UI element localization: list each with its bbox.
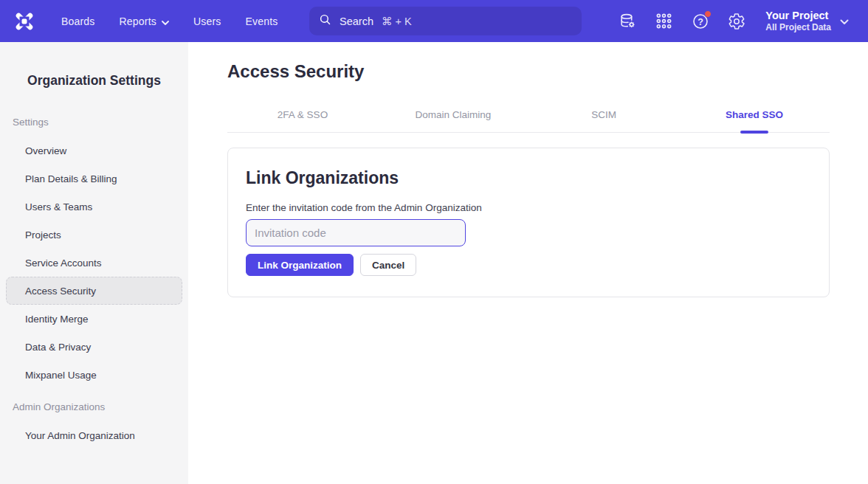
project-chevron-down-icon	[840, 15, 849, 28]
svg-text:?: ?	[698, 16, 703, 27]
navbar-right-cluster: ? Your Project All Project Data	[619, 0, 849, 42]
sidebar-settings-list: Overview Plan Details & Billing Users & …	[0, 136, 188, 389]
search-icon	[319, 13, 331, 29]
sidebar-item-data-privacy[interactable]: Data & Privacy	[6, 333, 182, 361]
sidebar-item-plan-details-billing[interactable]: Plan Details & Billing	[6, 165, 182, 193]
settings-sidebar: Organization Settings Settings Overview …	[0, 42, 188, 484]
active-tab-underline	[740, 131, 768, 134]
apps-grid-icon[interactable]	[655, 12, 673, 30]
top-navbar: Boards Reports Users Events Search ⌘ + K	[0, 0, 868, 42]
tab-domain-claiming[interactable]: Domain Claiming	[378, 109, 528, 132]
settings-gear-icon[interactable]	[727, 12, 745, 30]
tab-shared-sso[interactable]: Shared SSO	[679, 109, 830, 132]
card-button-row: Link Organization Cancel	[246, 254, 811, 276]
tab-bar: 2FA & SSO Domain Claiming SCIM Shared SS…	[227, 109, 830, 133]
tab-2fa-sso[interactable]: 2FA & SSO	[227, 109, 378, 132]
chevron-down-icon	[162, 15, 169, 27]
sidebar-item-mixpanel-usage[interactable]: Mixpanel Usage	[6, 361, 182, 389]
search-input[interactable]: Search ⌘ + K	[309, 7, 582, 35]
nav-item-events[interactable]: Events	[246, 15, 278, 27]
sidebar-title: Organization Settings	[0, 73, 188, 89]
project-switcher[interactable]: Your Project All Project Data	[765, 9, 849, 33]
nav-item-users[interactable]: Users	[193, 15, 221, 27]
sidebar-section-settings: Settings	[0, 117, 188, 128]
sidebar-item-identity-merge[interactable]: Identity Merge	[6, 305, 182, 333]
link-organization-button[interactable]: Link Organization	[246, 254, 354, 276]
link-organizations-card: Link Organizations Enter the invitation …	[227, 148, 830, 297]
tab-scim[interactable]: SCIM	[528, 109, 679, 132]
main-content: Access Security 2FA & SSO Domain Claimin…	[188, 42, 868, 484]
project-name: Your Project	[765, 9, 831, 22]
primary-nav: Boards Reports Users Events	[61, 15, 278, 27]
sidebar-item-overview[interactable]: Overview	[6, 136, 182, 165]
sidebar-item-access-security[interactable]: Access Security	[6, 277, 182, 305]
sidebar-item-your-admin-organization[interactable]: Your Admin Organization	[6, 421, 182, 449]
mixpanel-logo-icon[interactable]	[13, 10, 35, 32]
sidebar-section-admin-organizations: Admin Organizations	[0, 401, 188, 412]
invitation-code-input[interactable]	[246, 219, 466, 246]
project-subtitle: All Project Data	[765, 22, 831, 33]
nav-item-reports[interactable]: Reports	[120, 15, 169, 27]
nav-item-boards[interactable]: Boards	[61, 15, 95, 27]
search-placeholder: Search	[340, 15, 373, 27]
notification-dot	[704, 10, 712, 18]
card-title: Link Organizations	[246, 168, 811, 188]
help-icon[interactable]: ?	[691, 12, 709, 30]
invitation-code-label: Enter the invitation code from the Admin…	[246, 202, 811, 213]
page-title: Access Security	[227, 60, 868, 82]
cancel-button[interactable]: Cancel	[360, 254, 416, 276]
sidebar-admin-list: Your Admin Organization	[0, 421, 188, 449]
sidebar-item-service-accounts[interactable]: Service Accounts	[6, 249, 182, 277]
search-shortcut: ⌘ + K	[382, 15, 412, 27]
sidebar-item-users-teams[interactable]: Users & Teams	[6, 193, 182, 221]
data-management-icon[interactable]	[619, 12, 637, 30]
sidebar-item-projects[interactable]: Projects	[6, 221, 182, 249]
